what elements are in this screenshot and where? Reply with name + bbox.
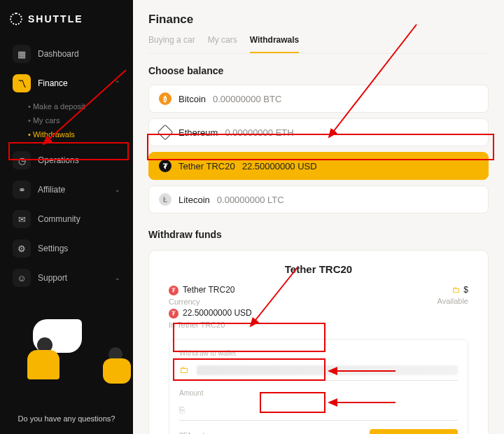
sidebar-item-operations[interactable]: ◷ Operations bbox=[6, 146, 127, 175]
sidebar-item-label: Affiliate bbox=[38, 185, 65, 195]
amount-field[interactable] bbox=[190, 405, 458, 415]
sidebar-nav: ▦ Dashboard 〽 Finance ⌃ bbox=[0, 39, 133, 98]
tfa-label: 2FA code bbox=[179, 432, 249, 435]
choose-balance-heading: Choose balance bbox=[148, 65, 489, 76]
bitcoin-icon: ₿ bbox=[159, 92, 172, 105]
wallet-value-redacted bbox=[197, 365, 458, 375]
balance-amount: 0.00000000 ETH bbox=[225, 127, 293, 138]
sidebar-item-affiliate[interactable]: ⚭ Affiliate ⌄ bbox=[6, 175, 127, 204]
amount-input[interactable]: ⎘ bbox=[179, 400, 458, 421]
balance-label: In Tether TRC20 bbox=[169, 321, 252, 329]
withdraw-meta: ₮Tether TRC20 Currency ₮22.50000000 USD … bbox=[169, 285, 468, 329]
available-label: Available bbox=[438, 297, 468, 305]
withdraw-form: Withdraw to wallet 🗀 Amount ⎘ 2FA code S… bbox=[169, 339, 468, 434]
balance-usdt[interactable]: ₮ Tether TRC20 22.50000000 USD bbox=[148, 152, 489, 180]
affiliate-icon: ⚭ bbox=[13, 181, 31, 199]
balance-name: Bitcoin bbox=[178, 94, 206, 104]
sidebar-sub-withdrawals[interactable]: Withdrawals bbox=[28, 127, 133, 141]
sidebar-sub-deposit[interactable]: Make a deposit bbox=[28, 99, 133, 113]
tab-mycars[interactable]: My cars bbox=[208, 31, 237, 53]
balance-name: Tether TRC20 bbox=[178, 161, 235, 172]
tab-buying[interactable]: Buying a car bbox=[148, 31, 195, 53]
folder-icon: 🗀 bbox=[452, 285, 461, 295]
dashboard-icon: ▦ bbox=[13, 45, 31, 63]
chevron-down-icon: ⌄ bbox=[115, 274, 120, 281]
tfa-hint: 2FA code Set 2FA in settings bbox=[179, 432, 249, 435]
ethereum-icon bbox=[159, 126, 172, 139]
chevron-up-icon: ⌃ bbox=[115, 80, 120, 87]
sidebar-subnav-finance: Make a deposit My cars Withdrawals bbox=[0, 98, 133, 146]
balance-eth[interactable]: Ethereum 0.00000000 ETH bbox=[148, 118, 489, 146]
sidebar: SHUTTLE ▦ Dashboard 〽 Finance ⌃ Make a d… bbox=[0, 0, 133, 434]
balance-amount: 0.00000000 LTC bbox=[217, 195, 284, 205]
withdraw-heading: Withdraw funds bbox=[148, 229, 489, 240]
page-title: Finance bbox=[148, 8, 489, 31]
sidebar-item-community[interactable]: ✉ Community bbox=[6, 204, 127, 234]
brand-text: SHUTTLE bbox=[28, 13, 83, 24]
balance-name: Litecoin bbox=[178, 195, 210, 205]
logo-mark-icon bbox=[10, 13, 22, 25]
tether-badge-icon: ₮ bbox=[169, 286, 178, 295]
balance-btc[interactable]: ₿ Bitcoin 0.00000000 BTC bbox=[148, 85, 489, 113]
sidebar-item-support[interactable]: ☺ Support ⌄ bbox=[6, 263, 127, 293]
tabs: Buying a car My cars Withdrawals bbox=[148, 31, 489, 54]
gear-icon: ⚙ bbox=[13, 239, 31, 258]
withdraw-panel: Tether TRC20 ₮Tether TRC20 Currency ₮22.… bbox=[148, 250, 489, 434]
tab-withdrawals[interactable]: Withdrawals bbox=[250, 31, 300, 53]
sidebar-item-label: Finance bbox=[38, 78, 68, 88]
balance-ltc[interactable]: Ł Litecoin 0.00000000 LTC bbox=[148, 186, 489, 214]
main-content: Finance Buying a car My cars Withdrawals… bbox=[133, 0, 504, 434]
chevron-down-icon: ⌄ bbox=[115, 186, 120, 193]
sidebar-item-label: Settings bbox=[38, 244, 68, 253]
tether-icon: ₮ bbox=[159, 160, 172, 172]
balance-amount: 0.00000000 BTC bbox=[213, 94, 281, 104]
withdraw-button[interactable]: Withdraw funds bbox=[370, 429, 458, 434]
withdraw-panel-title: Tether TRC20 bbox=[169, 263, 468, 275]
balance-value: ₮22.50000000 USD bbox=[169, 308, 252, 318]
help-illustration bbox=[0, 319, 133, 403]
balance-amount: 22.50000000 USD bbox=[242, 161, 317, 172]
help-caption[interactable]: Do you have any questions? bbox=[0, 414, 133, 423]
sidebar-item-finance[interactable]: 〽 Finance ⌃ bbox=[6, 69, 127, 98]
litecoin-icon: Ł bbox=[159, 193, 172, 206]
brand-logo: SHUTTLE bbox=[0, 0, 133, 39]
sidebar-item-settings[interactable]: ⚙ Settings bbox=[6, 234, 127, 263]
currency-label: Currency bbox=[169, 298, 252, 306]
folder-icon: 🗀 bbox=[179, 365, 188, 375]
tether-badge-icon: ₮ bbox=[169, 309, 178, 318]
sidebar-item-label: Support bbox=[38, 273, 67, 283]
support-icon: ☺ bbox=[13, 269, 31, 287]
amount-label: Amount bbox=[179, 389, 458, 397]
sidebar-item-label: Operations bbox=[38, 155, 79, 165]
available-symbol: 🗀$ bbox=[438, 285, 468, 295]
wallet-label: Withdraw to wallet bbox=[179, 349, 458, 357]
currency-name: ₮Tether TRC20 bbox=[169, 285, 252, 295]
sidebar-item-dashboard[interactable]: ▦ Dashboard bbox=[6, 39, 127, 69]
balance-list: ₿ Bitcoin 0.00000000 BTC Ethereum 0.0000… bbox=[148, 85, 489, 214]
wallet-input-icon: ⎘ bbox=[179, 405, 185, 415]
community-icon: ✉ bbox=[13, 210, 31, 228]
finance-icon: 〽 bbox=[13, 74, 31, 92]
sidebar-sub-mycars[interactable]: My cars bbox=[28, 113, 133, 127]
wallet-input[interactable]: 🗀 bbox=[179, 360, 458, 381]
sidebar-item-label: Dashboard bbox=[38, 49, 79, 59]
sidebar-nav-2: ◷ Operations ⚭ Affiliate ⌄ ✉ Community ⚙… bbox=[0, 146, 133, 293]
sidebar-item-label: Community bbox=[38, 214, 80, 224]
balance-name: Ethereum bbox=[178, 127, 218, 138]
operations-icon: ◷ bbox=[13, 151, 31, 169]
